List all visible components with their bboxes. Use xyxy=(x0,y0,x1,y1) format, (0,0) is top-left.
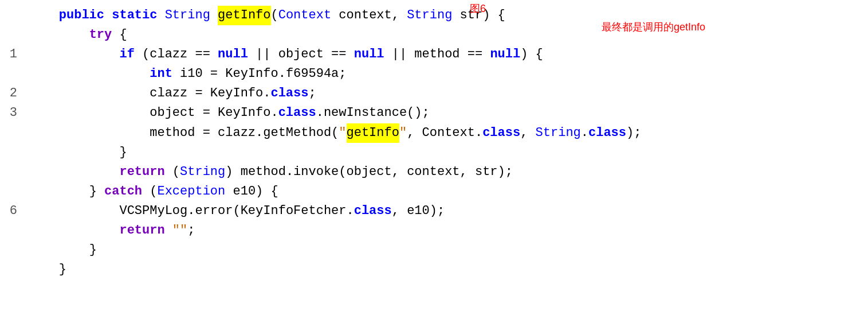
kw-null1: null xyxy=(218,45,248,64)
indent0 xyxy=(29,6,59,25)
close-catch: } xyxy=(89,240,97,260)
ln-8 xyxy=(10,162,17,182)
code-line-5: object = KeyInfo. class .newInstance(); xyxy=(29,103,868,123)
catch-var: e10) { xyxy=(225,182,278,201)
indent3 xyxy=(29,64,150,84)
str-getinfo-content: getInfo xyxy=(347,123,399,143)
ln-11 xyxy=(10,221,17,240)
indent13 xyxy=(29,260,59,279)
if-brace: ) { xyxy=(520,45,543,64)
code-line-13: } xyxy=(29,260,868,279)
close-try: } xyxy=(89,182,104,201)
comma2: , xyxy=(520,123,535,143)
kw-public: public xyxy=(59,6,104,25)
indent5 xyxy=(29,103,150,123)
type-string2: String xyxy=(407,6,452,25)
str-getinfo-end: " xyxy=(399,123,407,143)
indent9 xyxy=(29,182,89,201)
indent10 xyxy=(29,201,119,221)
indent12 xyxy=(29,240,89,260)
kw-class1: class xyxy=(270,84,308,103)
type-string4: String xyxy=(180,162,225,182)
code-line-3: int i10 = KeyInfo.f69594a; xyxy=(29,64,868,84)
code-line-2: if (clazz == null || object == null || m… xyxy=(29,45,868,64)
close-method: } xyxy=(59,260,66,279)
ln-6 xyxy=(10,123,17,143)
params: ( xyxy=(271,6,278,25)
clazz-assign: clazz = KeyInfo. xyxy=(150,84,270,103)
kw-class2: class xyxy=(278,103,316,123)
return-empty-open xyxy=(165,221,172,240)
return-invoke: ) method.invoke(object, context, str); xyxy=(225,162,513,182)
kw-try: try xyxy=(89,25,112,45)
str-getinfo-quote: " xyxy=(339,123,346,143)
object-assign: object = KeyInfo. xyxy=(150,103,278,123)
kw-null2: null xyxy=(354,45,384,64)
sp2 xyxy=(157,6,164,25)
return-cast: ( xyxy=(165,162,180,182)
semi1: ; xyxy=(308,84,316,103)
method-params: , Context. xyxy=(407,123,482,143)
context-var: context, xyxy=(331,6,407,25)
kw-int: int xyxy=(150,64,172,84)
fig-label: 图6 xyxy=(470,1,486,17)
if-cond: (clazz == xyxy=(135,45,218,64)
or2: || method == xyxy=(384,45,490,64)
kw-class3: class xyxy=(482,123,520,143)
code-content: public static String getInfo ( Context c… xyxy=(23,6,868,305)
ln-2: 1 xyxy=(10,45,17,64)
code-line-10: VCSPMyLog.error(KeyInfoFetcher. class , … xyxy=(29,201,868,221)
indent4 xyxy=(29,84,150,103)
line-numbers: 1 2 3 6 xyxy=(0,6,23,305)
kw-null3: null xyxy=(490,45,520,64)
ln-5: 3 xyxy=(10,103,17,123)
new-instance: .newInstance(); xyxy=(316,103,430,123)
code-line-7: } xyxy=(29,143,868,162)
kw-catch: catch xyxy=(104,182,142,201)
type-exception: Exception xyxy=(157,182,225,201)
str-empty: "" xyxy=(172,221,187,240)
catch-open: ( xyxy=(142,182,157,201)
vcsp-end: , e10); xyxy=(392,201,445,221)
method-assign: method = clazz.getMethod( xyxy=(150,123,339,143)
code-line-12: } xyxy=(29,240,868,260)
code-line-6: method = clazz.getMethod( " getInfo " , … xyxy=(29,123,868,143)
code-line-8: return ( String ) method.invoke(object, … xyxy=(29,162,868,182)
kw-if: if xyxy=(119,45,134,64)
close-brace1: } xyxy=(119,143,127,162)
indent7 xyxy=(29,143,119,162)
kw-class4: class xyxy=(588,123,626,143)
try-brace: { xyxy=(112,25,127,45)
ln-9 xyxy=(10,182,17,201)
sp3 xyxy=(210,6,218,25)
sp1 xyxy=(104,6,112,25)
kw-return1: return xyxy=(119,162,164,182)
type-string3: String xyxy=(536,123,581,143)
code-line-1: try { xyxy=(29,25,868,45)
ln-12 xyxy=(10,240,17,260)
kw-class5: class xyxy=(354,201,392,221)
indent2 xyxy=(29,45,119,64)
ln-0 xyxy=(10,6,17,25)
indent11 xyxy=(29,221,119,240)
kw-static: static xyxy=(112,6,157,25)
kw-return2: return xyxy=(119,221,164,240)
type-context: Context xyxy=(278,6,331,25)
annotation-text: 最终都是调用的getInfo xyxy=(602,20,705,36)
dot-class: . xyxy=(581,123,588,143)
code-container: 图6 最终都是调用的getInfo 1 2 3 6 xyxy=(0,0,868,311)
method-getInfo: getInfo xyxy=(218,6,270,25)
code-line-9: } catch ( Exception e10) { xyxy=(29,182,868,201)
ln-7 xyxy=(10,143,17,162)
semi2: ); xyxy=(626,123,641,143)
int-assign: i10 = KeyInfo.f69594a; xyxy=(172,64,347,84)
code-line-0: public static String getInfo ( Context c… xyxy=(29,6,868,25)
ln-1 xyxy=(10,25,17,45)
code-line-4: clazz = KeyInfo. class ; xyxy=(29,84,868,103)
type-string: String xyxy=(165,6,210,25)
semi3: ; xyxy=(187,221,195,240)
vcsp-log: VCSPMyLog.error(KeyInfoFetcher. xyxy=(119,201,354,221)
indent1 xyxy=(29,25,89,45)
or1: || object == xyxy=(248,45,354,64)
code-line-11: return "" ; xyxy=(29,221,868,240)
